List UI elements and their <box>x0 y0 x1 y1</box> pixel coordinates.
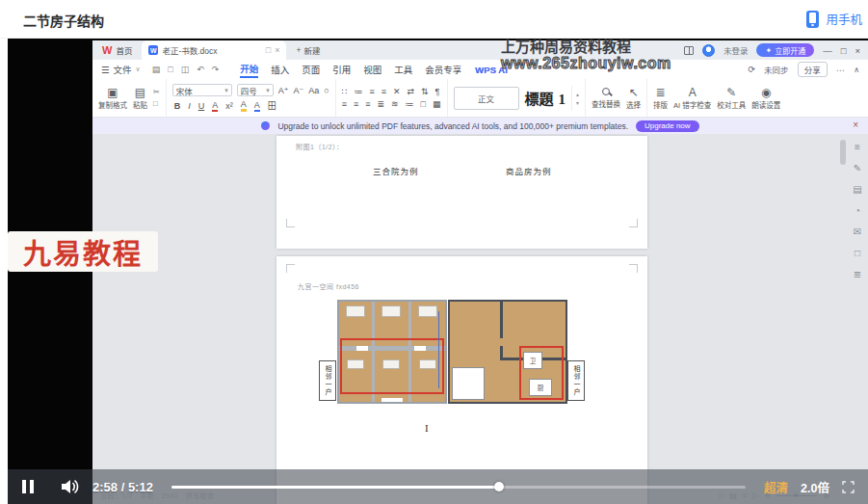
indent-icon[interactable]: ≡ <box>381 87 386 96</box>
scrollbar-thumb[interactable] <box>840 140 846 165</box>
menu-tab-insert[interactable]: 插入 <box>271 63 289 76</box>
justify-icon[interactable]: ≣ <box>377 99 384 109</box>
file-menu[interactable]: ☰ 文件 ∨ <box>101 63 141 76</box>
progress-bar[interactable] <box>171 486 746 489</box>
home-tab-label: 首页 <box>116 44 132 56</box>
watch-on-phone-link[interactable]: 用手机 <box>806 10 862 28</box>
bullets-icon[interactable]: ∷ <box>342 87 348 96</box>
avatar[interactable] <box>702 44 715 57</box>
underline-icon[interactable]: U <box>198 101 205 111</box>
text-direction-icon[interactable]: ✕ <box>393 87 401 96</box>
close-button[interactable]: × <box>855 45 860 56</box>
more-icon[interactable]: ⋯ <box>836 65 846 75</box>
proof-icon: ✎ <box>726 87 736 98</box>
cut-icon[interactable]: ✂ <box>153 88 160 96</box>
typeset-button[interactable]: ≣ 排版 <box>653 87 668 110</box>
redo-icon[interactable]: ↷ <box>212 65 220 74</box>
list-icon[interactable]: ≣ <box>854 269 861 279</box>
upgrade-pill-button[interactable]: ✦ 立即开通 <box>756 43 814 57</box>
menu-tab-member[interactable]: 会员专享 <box>425 63 461 76</box>
highlight-icon[interactable]: A <box>241 99 247 112</box>
italic-icon[interactable]: I <box>188 101 191 111</box>
menu-tab-page[interactable]: 页面 <box>302 63 320 76</box>
char-border-icon[interactable]: 田 <box>268 99 276 112</box>
align-left-icon[interactable]: ≡ <box>342 99 347 109</box>
style-heading1[interactable]: 標題 1 <box>525 88 566 108</box>
superscript-icon[interactable]: x² <box>225 101 233 111</box>
borders-icon[interactable]: ▦ <box>433 99 441 109</box>
shrink-font-icon[interactable]: A⁻ <box>293 86 303 95</box>
pages-icon[interactable]: ▤ <box>853 184 861 195</box>
menu-tab-view[interactable]: 视图 <box>363 63 381 76</box>
outdent-icon[interactable]: ≡ <box>369 87 374 96</box>
style-scroll-up-icon[interactable]: ▴ <box>576 91 579 97</box>
proof-tools-button[interactable]: ✎ 校对工具 <box>717 87 746 110</box>
format-painter-button[interactable]: ▣ 复制格式 <box>98 87 127 110</box>
progress-handle[interactable] <box>494 482 504 491</box>
fullscreen-icon[interactable] <box>842 481 855 493</box>
change-case-icon[interactable]: Aa <box>308 86 319 95</box>
label-courtyard-example: 三合院为例 <box>373 165 419 176</box>
menu-tab-home[interactable]: 开始 <box>240 62 258 78</box>
clear-format-icon[interactable]: ○ <box>324 86 329 95</box>
video-player[interactable]: W 首页 W 老正-书数.docx □ × + 新建 未登录 <box>8 39 868 504</box>
line-spacing-icon[interactable]: ≔ <box>406 99 414 109</box>
split-window-icon[interactable] <box>684 46 694 55</box>
print-icon[interactable]: □ <box>168 65 172 74</box>
numbering-icon[interactable]: ≔ <box>354 87 362 96</box>
menu-tab-tools[interactable]: 工具 <box>394 63 412 76</box>
save-icon[interactable]: ▤ <box>152 65 161 74</box>
minimize-button[interactable]: — <box>823 45 832 56</box>
outline-icon[interactable]: ≡ <box>855 142 860 152</box>
doc-pin-icon[interactable]: □ <box>266 45 271 55</box>
grow-font-icon[interactable]: A⁺ <box>278 86 289 95</box>
char-shading-icon[interactable]: A <box>254 100 260 112</box>
align-center-icon[interactable]: ≡ <box>354 99 358 109</box>
preview-icon[interactable]: ◫ <box>181 65 190 74</box>
select-button[interactable]: ↖ 选择 <box>626 87 641 110</box>
style-scroll-down-icon[interactable]: ▾ <box>576 99 579 106</box>
document-area[interactable]: 附图1（1/2）： 三合院为例 商品房为例 九宫一空间 fxd456 相邻一户 <box>92 134 868 504</box>
read-settings-button[interactable]: ◉ 朗读设置 <box>751 87 780 110</box>
align-right-icon[interactable]: ≡ <box>365 99 370 109</box>
login-status[interactable]: 未登录 <box>723 44 749 56</box>
find-replace-button[interactable]: 查找替换 <box>592 88 620 109</box>
wps-menubar: ☰ 文件 ∨ ▤ □ ◫ ↶ ↷ 开始 插入 页面 引用 视图 工具 <box>92 60 868 79</box>
doc-close-icon[interactable]: × <box>275 45 279 55</box>
show-marks-icon[interactable]: ¶ <box>435 87 440 96</box>
speed-button[interactable]: 2.0倍 <box>801 478 829 496</box>
banner-close-icon[interactable]: × <box>853 119 858 130</box>
format-painter-icon: ▣ <box>107 87 118 98</box>
restore-button[interactable]: □ <box>841 45 847 56</box>
comment-icon[interactable]: ✉ <box>854 226 861 237</box>
copy-icon[interactable]: □ <box>153 99 160 108</box>
menu-tab-reference[interactable]: 引用 <box>332 63 351 76</box>
document-tab[interactable]: W 老正-书数.docx □ × <box>142 40 286 60</box>
history-icon[interactable]: ◔ <box>855 205 860 216</box>
edit-icon[interactable]: ✎ <box>854 163 861 173</box>
style-body-text[interactable]: 正文 <box>454 87 519 110</box>
ai-check-button[interactable]: A AI 错字检查 <box>673 87 711 110</box>
quality-button[interactable]: 超清 <box>764 478 788 496</box>
font-color-icon[interactable]: A <box>212 100 218 112</box>
neighbor-unit-label-right: 相邻一户 <box>567 360 585 401</box>
font-name-select[interactable]: 宋体▾ <box>172 84 232 96</box>
sort-icon[interactable]: ⇄ <box>408 87 415 96</box>
distribute-icon[interactable]: ≋ <box>391 99 399 109</box>
undo-icon[interactable]: ↶ <box>197 65 204 74</box>
paste-button[interactable]: ▤ 粘贴 <box>133 87 147 110</box>
new-tab-button[interactable]: + 新建 <box>286 44 329 56</box>
wps-home-tab[interactable]: W 首页 <box>92 44 142 56</box>
volume-icon[interactable] <box>61 479 80 494</box>
vertical-scrollbar[interactable] <box>840 138 846 481</box>
shading-icon[interactable]: □ <box>421 99 426 109</box>
collapse-ribbon-icon[interactable]: ∧ <box>854 66 859 74</box>
pause-button[interactable] <box>21 479 35 494</box>
bold-icon[interactable]: B <box>174 101 181 111</box>
share-button[interactable]: 分享 <box>798 62 828 77</box>
panel-icon[interactable]: □ <box>855 248 860 258</box>
upgrade-now-button[interactable]: Upgrade now <box>636 120 699 132</box>
sync-status[interactable]: 未同步 <box>764 64 789 75</box>
line-break-icon[interactable]: ⇅ <box>421 87 429 96</box>
font-size-select[interactable]: 四号▾ <box>237 84 274 96</box>
